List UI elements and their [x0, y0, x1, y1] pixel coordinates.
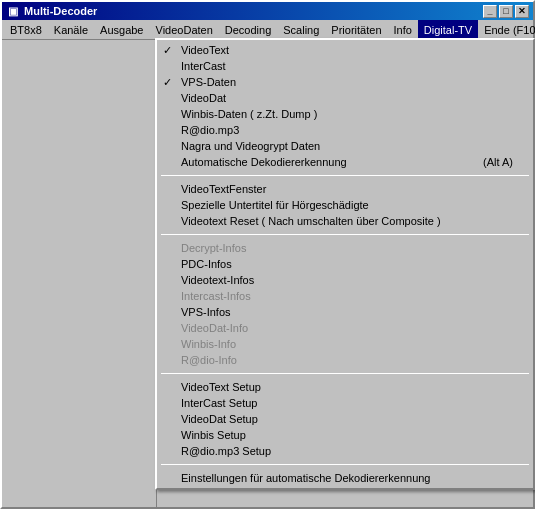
- dropdown-item[interactable]: Nagra und Videogrypt Daten: [157, 138, 533, 154]
- menu-item-kan-le[interactable]: Kanäle: [48, 20, 94, 39]
- title-bar: ▣ Multi-Decoder _ □ ✕: [2, 2, 533, 20]
- maximize-button[interactable]: □: [499, 5, 513, 18]
- dropdown-item-label: Automatische Dekodiererkennung: [181, 156, 347, 168]
- dropdown-item[interactable]: VideoTextFenster: [157, 181, 533, 197]
- close-button[interactable]: ✕: [515, 5, 529, 18]
- dropdown-item-label: Spezielle Untertitel für Hörgeschädigte: [181, 199, 369, 211]
- dropdown-item[interactable]: VideoDat Setup: [157, 411, 533, 427]
- dropdown-item-shortcut: (Alt A): [483, 156, 513, 168]
- dropdown-item-label: VideoDat Setup: [181, 413, 258, 425]
- menu-item-decoding[interactable]: Decoding: [219, 20, 277, 39]
- dropdown-item-label: Winbis-Daten ( z.Zt. Dump ): [181, 108, 317, 120]
- dropdown-item[interactable]: Automatische Dekodiererkennung(Alt A): [157, 154, 533, 170]
- dropdown-item-label: Decrypt-Infos: [181, 242, 246, 254]
- menu-item-scaling[interactable]: Scaling: [277, 20, 325, 39]
- dropdown-item-label: VideoDat-Info: [181, 322, 248, 334]
- dropdown-item-label: Videotext-Infos: [181, 274, 254, 286]
- dropdown-item[interactable]: Winbis-Daten ( z.Zt. Dump ): [157, 106, 533, 122]
- dropdown-item-label: PDC-Infos: [181, 258, 232, 270]
- dropdown-item: R@dio-Info: [157, 352, 533, 368]
- dropdown-item-label: InterCast Setup: [181, 397, 257, 409]
- dropdown-item[interactable]: VideoText Setup: [157, 379, 533, 395]
- dropdown-item[interactable]: Winbis Setup: [157, 427, 533, 443]
- dropdown-section-3: VideoText SetupInterCast SetupVideoDat S…: [157, 377, 533, 461]
- menu-separator: [161, 234, 529, 235]
- dropdown-item: Intercast-Infos: [157, 288, 533, 304]
- menu-item-priorit-ten[interactable]: Prioritäten: [325, 20, 387, 39]
- dropdown-item[interactable]: Videotext-Infos: [157, 272, 533, 288]
- dropdown-item-label: Nagra und Videogrypt Daten: [181, 140, 320, 152]
- menu-separator: [161, 464, 529, 465]
- dropdown-item[interactable]: Einstellungen für automatische Dekodiere…: [157, 470, 533, 486]
- menu-item-ausgabe[interactable]: Ausgabe: [94, 20, 149, 39]
- dropdown-section-1: VideoTextFensterSpezielle Untertitel für…: [157, 179, 533, 231]
- dropdown-menu: VideoTextInterCastVPS-DatenVideoDatWinbi…: [155, 38, 535, 490]
- dropdown-item[interactable]: VPS-Infos: [157, 304, 533, 320]
- window-title: Multi-Decoder: [24, 5, 483, 17]
- dropdown-item[interactable]: VideoDat: [157, 90, 533, 106]
- dropdown-item-label: R@dio.mp3 Setup: [181, 445, 271, 457]
- dropdown-item-label: VideoText Setup: [181, 381, 261, 393]
- menu-item-info[interactable]: Info: [388, 20, 418, 39]
- dropdown-section-4: Einstellungen für automatische Dekodiere…: [157, 468, 533, 488]
- menu-separator: [161, 175, 529, 176]
- dropdown-item-label: R@dio.mp3: [181, 124, 239, 136]
- dropdown-item[interactable]: VideoText: [157, 42, 533, 58]
- dropdown-item[interactable]: PDC-Infos: [157, 256, 533, 272]
- title-bar-buttons: _ □ ✕: [483, 5, 529, 18]
- dropdown-item-label: Einstellungen für automatische Dekodiere…: [181, 472, 431, 484]
- dropdown-item: Winbis-Info: [157, 336, 533, 352]
- dropdown-item-label: InterCast: [181, 60, 226, 72]
- minimize-button[interactable]: _: [483, 5, 497, 18]
- menu-bar: BT8x8KanäleAusgabeVideoDatenDecodingScal…: [2, 20, 533, 40]
- dropdown-item-label: Intercast-Infos: [181, 290, 251, 302]
- dropdown-item[interactable]: Videotext Reset ( Nach umschalten über C…: [157, 213, 533, 229]
- dropdown-item[interactable]: R@dio.mp3 Setup: [157, 443, 533, 459]
- dropdown-item-label: Winbis-Info: [181, 338, 236, 350]
- menu-separator: [161, 373, 529, 374]
- dropdown-item[interactable]: InterCast Setup: [157, 395, 533, 411]
- menu-item-videodaten[interactable]: VideoDaten: [150, 20, 219, 39]
- dropdown-item[interactable]: InterCast: [157, 58, 533, 74]
- dropdown-item-label: R@dio-Info: [181, 354, 237, 366]
- dropdown-item-label: Videotext Reset ( Nach umschalten über C…: [181, 215, 441, 227]
- dropdown-item[interactable]: VPS-Daten: [157, 74, 533, 90]
- dropdown-item-label: VideoText: [181, 44, 229, 56]
- dropdown-item[interactable]: R@dio.mp3: [157, 122, 533, 138]
- dropdown-item-label: VideoTextFenster: [181, 183, 266, 195]
- dropdown-item-label: VPS-Infos: [181, 306, 231, 318]
- left-panel: [2, 40, 157, 507]
- dropdown-item: VideoDat-Info: [157, 320, 533, 336]
- menu-item-bt8x8[interactable]: BT8x8: [4, 20, 48, 39]
- dropdown-item-label: VideoDat: [181, 92, 226, 104]
- menu-item-ende--f10-[interactable]: Ende (F10): [478, 20, 535, 39]
- window-icon: ▣: [6, 4, 20, 18]
- dropdown-item-label: Winbis Setup: [181, 429, 246, 441]
- dropdown-section-0: VideoTextInterCastVPS-DatenVideoDatWinbi…: [157, 40, 533, 172]
- menu-item-digital-tv[interactable]: Digital-TV: [418, 20, 478, 39]
- dropdown-item: Decrypt-Infos: [157, 240, 533, 256]
- dropdown-item[interactable]: Spezielle Untertitel für Hörgeschädigte: [157, 197, 533, 213]
- dropdown-item-label: VPS-Daten: [181, 76, 236, 88]
- dropdown-section-2: Decrypt-InfosPDC-InfosVideotext-InfosInt…: [157, 238, 533, 370]
